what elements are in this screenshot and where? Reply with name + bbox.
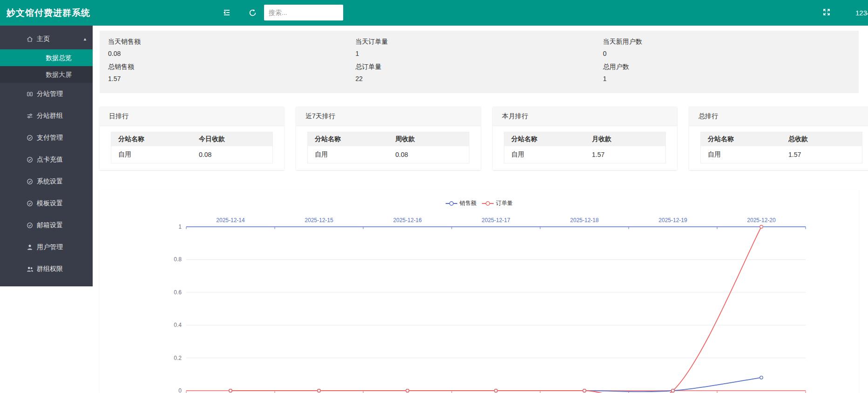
sidebar-item-label: 数据大屏 [46, 71, 72, 78]
ranking-col-header: 分站名称 [308, 132, 389, 147]
sidebar-item-label: 系统设置 [37, 177, 63, 186]
svg-text:1: 1 [178, 224, 182, 230]
table-row: 自用1.57 [504, 146, 666, 163]
sidebar-item-7[interactable]: 系统设置 [0, 170, 93, 192]
ranking-table: 分站名称周收款自用0.08 [307, 132, 469, 163]
sidebar-item-label: 点卡充值 [37, 156, 63, 164]
svg-text:0.6: 0.6 [174, 289, 182, 296]
stat-label: 总订单量 [355, 62, 603, 71]
svg-text:0: 0 [178, 387, 182, 393]
users-icon [27, 265, 34, 272]
sidebar-item-3[interactable]: 分站管理 [0, 83, 93, 105]
sidebar-item-label: 用户管理 [37, 243, 63, 251]
sidebar-item-5[interactable]: 支付管理 [0, 127, 93, 149]
svg-text:0.8: 0.8 [174, 256, 182, 263]
legend-item-订单量[interactable]: 订单量 [482, 199, 513, 207]
ranking-col-header: 分站名称 [111, 132, 192, 147]
ranking-table: 分站名称总收款自用1.57 [700, 132, 862, 163]
ranking-card-2: 本月排行分站名称月收款自用1.57 [493, 107, 677, 170]
ranking-col-header: 今日收款 [192, 132, 273, 147]
stat-label: 当天销售额 [108, 37, 355, 46]
username[interactable]: 12345 [855, 0, 868, 26]
ranking-card-body: 分站名称月收款自用1.57 [493, 126, 677, 163]
stats-panel: 当天销售额0.08当天订单量1当天新用户数0总销售额1.57总订单量22总用户数… [100, 31, 859, 93]
svg-text:0.4: 0.4 [174, 322, 182, 328]
sidebar-item-4[interactable]: 分站群组 [0, 105, 93, 127]
ranking-card-body: 分站名称今日收款自用0.08 [100, 126, 284, 163]
ranking-card-title: 近7天排行 [296, 107, 481, 126]
app-title: 妙文馆付费进群系统 [7, 0, 90, 26]
sidebar-item-label: 分站群组 [37, 112, 63, 120]
sales-chart-card: 销售额订单量 00.20.40.60.812025-12-142025-12-1… [100, 190, 859, 393]
stat-label: 当天新用户数 [603, 37, 850, 46]
svg-text:2025-12-16: 2025-12-16 [393, 217, 422, 224]
table-cell: 1.57 [781, 146, 862, 163]
svg-text:0.2: 0.2 [174, 355, 182, 361]
sidebar-item-8[interactable]: 模板设置 [0, 192, 93, 214]
chart-legend: 销售额订单量 [100, 199, 859, 207]
ranking-card-body: 分站名称周收款自用0.08 [296, 126, 481, 163]
svg-text:2025-12-18: 2025-12-18 [570, 217, 599, 224]
badge-check-icon [27, 178, 34, 185]
badge-check-icon [27, 156, 34, 163]
stat-cell-0: 当天销售额0.08 [108, 37, 355, 62]
app-header: 妙文馆付费进群系统 12345 [0, 0, 868, 26]
sidebar-item-label: 邮箱设置 [37, 221, 63, 230]
ranking-col-header: 月收款 [585, 132, 666, 147]
ranking-col-header: 周收款 [388, 132, 469, 147]
badge-check-icon [27, 134, 34, 141]
table-cell: 0.08 [192, 146, 273, 163]
stat-label: 当天订单量 [355, 37, 603, 46]
sidebar-item-9[interactable]: 邮箱设置 [0, 214, 93, 236]
sidebar-item-1[interactable]: 数据总览 [0, 49, 93, 66]
stat-value: 22 [355, 75, 603, 82]
legend-line-icon [482, 201, 494, 206]
table-row: 自用0.08 [308, 146, 469, 163]
legend-item-销售额[interactable]: 销售额 [446, 199, 476, 207]
search-input[interactable] [264, 5, 343, 20]
sidebar-item-label: 数据总览 [46, 54, 72, 61]
sidebar-item-0[interactable]: 主页▲ [0, 28, 93, 49]
stat-value: 1 [355, 50, 603, 57]
table-cell: 自用 [504, 146, 585, 163]
home-icon [27, 35, 34, 42]
badge-check-icon [27, 200, 34, 207]
badge-check-icon [27, 222, 34, 229]
legend-label: 订单量 [496, 199, 513, 207]
sidebar-item-6[interactable]: 点卡充值 [0, 149, 93, 170]
sidebar: 主页▲数据总览数据大屏分站管理分站群组支付管理点卡充值系统设置模板设置邮箱设置用… [0, 26, 93, 286]
stat-label: 总销售额 [108, 62, 355, 71]
stat-value: 1.57 [108, 75, 355, 82]
sidebar-item-10[interactable]: 用户管理 [0, 236, 93, 258]
sidebar-item-label: 主页 [37, 35, 50, 43]
caret-up-icon: ▲ [83, 37, 87, 41]
collapse-sidebar-icon[interactable] [222, 8, 231, 17]
sidebar-item-2[interactable]: 数据大屏 [0, 66, 93, 83]
stat-value: 0 [603, 50, 850, 57]
refresh-icon[interactable] [248, 8, 258, 18]
user-icon [27, 244, 34, 251]
ranking-col-header: 分站名称 [701, 132, 782, 147]
sidebar-item-label: 模板设置 [37, 199, 63, 208]
svg-text:2025-12-14: 2025-12-14 [216, 217, 245, 224]
table-row: 自用1.57 [701, 146, 862, 163]
sidebar-item-label: 分站管理 [37, 90, 63, 98]
stat-label: 总用户数 [603, 62, 850, 71]
sidebar-item-11[interactable]: 群组权限 [0, 258, 93, 280]
sidebar-item-label: 支付管理 [37, 134, 63, 142]
fullscreen-icon[interactable] [822, 8, 832, 17]
ranking-table: 分站名称月收款自用1.57 [504, 132, 666, 163]
legend-label: 销售额 [460, 199, 476, 207]
stat-cell-4: 总订单量22 [355, 62, 603, 87]
stat-value: 1 [603, 75, 850, 82]
stat-value: 0.08 [108, 50, 355, 57]
ranking-card-0: 日排行分站名称今日收款自用0.08 [100, 107, 284, 170]
stat-cell-1: 当天订单量1 [355, 37, 603, 62]
line-chart: 00.20.40.60.812025-12-142025-12-142025-1… [100, 190, 859, 393]
stat-cell-3: 总销售额1.57 [108, 62, 355, 87]
table-cell: 自用 [701, 146, 782, 163]
table-cell: 1.57 [585, 146, 666, 163]
ranking-col-header: 总收款 [781, 132, 862, 147]
svg-text:2025-12-15: 2025-12-15 [305, 217, 333, 224]
legend-line-icon [446, 201, 457, 206]
